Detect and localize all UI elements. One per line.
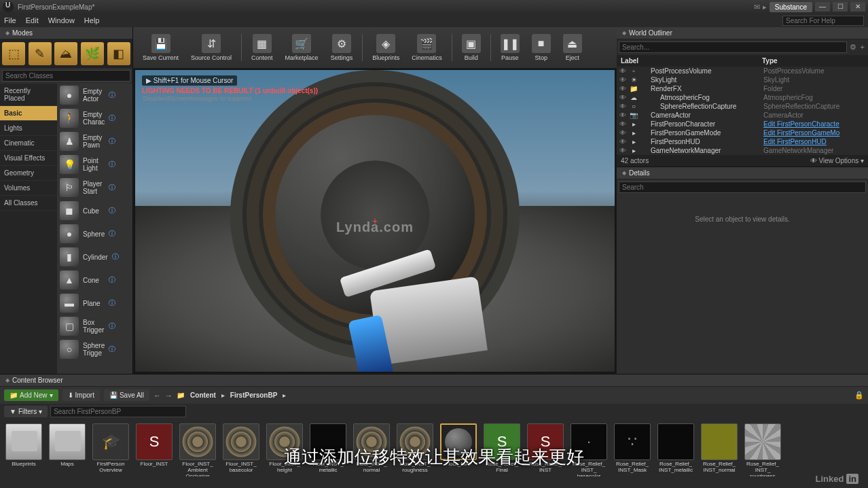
menu-edit[interactable]: Edit bbox=[26, 16, 39, 24]
info-icon[interactable]: ⓘ bbox=[109, 114, 130, 123]
close-button[interactable]: ✕ bbox=[850, 2, 865, 12]
asset-rose-relief-inst-roughness[interactable]: Rose_Relief_ INST_ roughness bbox=[743, 423, 782, 476]
actor-empty-actor[interactable]: ●Empty Actorⓘ bbox=[57, 84, 132, 107]
outliner-row-firstpersoncharacter[interactable]: 👁▸FirstPersonCharacterEdit FirstPersonCh… bbox=[617, 120, 868, 128]
nav-fwd-icon[interactable]: → bbox=[165, 391, 173, 400]
actor-sphere-trigge[interactable]: ○Sphere Triggeⓘ bbox=[57, 338, 132, 361]
path-content[interactable]: Content bbox=[187, 390, 219, 400]
modes-search-input[interactable] bbox=[2, 70, 130, 82]
content-button[interactable]: ▦Content bbox=[246, 33, 278, 63]
outliner-row-gamenetworkmanager[interactable]: 👁▸GameNetworkManagerGameNetworkManager bbox=[617, 146, 868, 155]
asset-floor-inst-basecolor[interactable]: Floor_INST_ basecolor bbox=[221, 423, 261, 474]
info-icon[interactable]: ⓘ bbox=[109, 90, 130, 100]
item-type[interactable]: Edit FirstPersonCharacte bbox=[763, 120, 865, 128]
viewport[interactable]: Lynda.com + ▶ Shift+F1 for Mouse Cursor … bbox=[134, 69, 615, 372]
asset-rose-relief-inst-metallic[interactable]: Rose_Relief_ INST_metallic bbox=[656, 423, 695, 474]
outliner-tab[interactable]: World Outliner bbox=[617, 27, 868, 39]
outliner-add-icon[interactable]: + bbox=[859, 41, 866, 53]
outliner-row-spherereflectioncapture[interactable]: 👁○SphereReflectionCaptureSphereReflectio… bbox=[617, 102, 868, 111]
info-icon[interactable]: ⓘ bbox=[109, 137, 130, 146]
source-control-button[interactable]: ⇵Source Control bbox=[185, 33, 237, 63]
actor-sphere[interactable]: ●Sphereⓘ bbox=[57, 222, 132, 245]
visibility-icon[interactable]: 👁 bbox=[619, 120, 629, 128]
visibility-icon[interactable]: 👁 bbox=[619, 94, 629, 101]
visibility-icon[interactable]: 👁 bbox=[619, 147, 629, 154]
actor-cone[interactable]: ▲Coneⓘ bbox=[57, 268, 132, 292]
build-button[interactable]: ▣Build bbox=[456, 33, 486, 63]
cb-search-input[interactable] bbox=[50, 406, 186, 417]
actor-player-start[interactable]: 🏳Player Startⓘ bbox=[57, 176, 132, 199]
category-cinematic[interactable]: Cinematic bbox=[0, 136, 57, 151]
save-current-button[interactable]: 💾Save Current bbox=[137, 33, 184, 63]
category-recently-placed[interactable]: Recently Placed bbox=[0, 84, 57, 106]
place-mode-icon[interactable]: ⬚ bbox=[2, 42, 25, 65]
info-icon[interactable]: ⓘ bbox=[109, 345, 130, 354]
content-browser-tab[interactable]: Content Browser bbox=[0, 374, 868, 387]
visibility-icon[interactable]: 👁 bbox=[619, 129, 629, 137]
info-icon[interactable]: ⓘ bbox=[109, 229, 130, 239]
category-lights[interactable]: Lights bbox=[0, 121, 57, 136]
menu-file[interactable]: File bbox=[4, 16, 16, 24]
outliner-row-skylight[interactable]: 👁☀SkyLightSkyLight bbox=[617, 75, 868, 84]
outliner-search-input[interactable] bbox=[619, 41, 847, 53]
progress-icon[interactable]: ▸ bbox=[763, 3, 767, 12]
outliner-row-firstpersonhud[interactable]: 👁▸FirstPersonHUDEdit FirstPersonHUD bbox=[617, 137, 868, 146]
info-icon[interactable]: ⓘ bbox=[109, 275, 130, 285]
eject-button[interactable]: ⏏Eject bbox=[558, 33, 587, 63]
import-button[interactable]: ⬇ Import bbox=[62, 389, 100, 401]
info-icon[interactable]: ⓘ bbox=[112, 252, 130, 262]
visibility-icon[interactable]: 👁 bbox=[619, 85, 629, 92]
paint-mode-icon[interactable]: ✎ bbox=[29, 42, 52, 65]
category-basic[interactable]: Basic bbox=[0, 106, 57, 121]
substance-button[interactable]: Substance bbox=[770, 2, 812, 12]
menu-window[interactable]: Window bbox=[48, 16, 75, 24]
path-fp[interactable]: FirstPersonBP bbox=[228, 390, 280, 400]
menu-help[interactable]: Help bbox=[84, 16, 100, 24]
asset-floor-inst[interactable]: SFloor_INST bbox=[134, 423, 174, 468]
actor-box-trigger[interactable]: ▢Box Triggerⓘ bbox=[57, 315, 132, 338]
info-icon[interactable]: ⓘ bbox=[109, 298, 130, 308]
outliner-col-label[interactable]: Label bbox=[621, 57, 762, 65]
category-volumes[interactable]: Volumes bbox=[0, 181, 57, 196]
view-options-button[interactable]: 👁 View Options ▾ bbox=[810, 157, 864, 164]
actor-empty-charac[interactable]: 🚶Empty Characⓘ bbox=[57, 107, 132, 130]
actor-plane[interactable]: ▬Planeⓘ bbox=[57, 292, 132, 315]
category-geometry[interactable]: Geometry bbox=[0, 166, 57, 181]
geometry-mode-icon[interactable]: ◧ bbox=[107, 42, 130, 65]
search-help-input[interactable] bbox=[782, 16, 864, 26]
info-icon[interactable]: ⓘ bbox=[109, 321, 130, 331]
modes-tab[interactable]: Modes bbox=[0, 27, 132, 39]
pause-button[interactable]: ❚❚Pause bbox=[495, 33, 525, 63]
minimize-button[interactable]: — bbox=[815, 2, 830, 12]
blueprints-button[interactable]: ◈Blueprints bbox=[367, 33, 405, 63]
asset-rose-relief-inst-normal[interactable]: Rose_Relief_ INST_normal bbox=[700, 423, 739, 474]
msg-icon[interactable]: ✉ bbox=[754, 3, 760, 12]
nav-back-icon[interactable]: ← bbox=[153, 391, 161, 400]
outliner-row-renderfx[interactable]: 👁📁RenderFXFolder bbox=[617, 84, 868, 93]
outliner-row-firstpersongamemode[interactable]: 👁▸FirstPersonGameModeEdit FirstPersonGam… bbox=[617, 128, 868, 137]
info-icon[interactable]: ⓘ bbox=[109, 183, 130, 192]
info-icon[interactable]: ⓘ bbox=[109, 160, 130, 169]
foliage-mode-icon[interactable]: 🌿 bbox=[81, 42, 104, 65]
outliner-filter-icon[interactable]: ⚙ bbox=[848, 41, 858, 53]
visibility-icon[interactable]: 👁 bbox=[619, 67, 629, 75]
category-all-classes[interactable]: All Classes bbox=[0, 196, 57, 211]
visibility-icon[interactable]: 👁 bbox=[619, 103, 629, 110]
cb-lock-icon[interactable]: 🔒 bbox=[854, 391, 864, 400]
settings-button[interactable]: ⚙Settings bbox=[325, 33, 359, 63]
details-tab[interactable]: Details bbox=[617, 167, 868, 179]
item-type[interactable]: Edit FirstPersonHUD bbox=[763, 138, 865, 145]
asset-firstperson-overview[interactable]: 🎓FirstPerson Overview bbox=[91, 423, 130, 474]
category-visual-effects[interactable]: Visual Effects bbox=[0, 151, 57, 166]
actor-cylinder[interactable]: ▮Cylinderⓘ bbox=[57, 245, 132, 268]
add-new-button[interactable]: 📁 Add New ▾ bbox=[4, 389, 58, 401]
asset-maps[interactable]: Maps bbox=[48, 423, 87, 468]
outliner-row-postprocessvolume[interactable]: 👁▫PostProcessVolumePostProcessVolume bbox=[617, 67, 868, 75]
outliner-col-type[interactable]: Type bbox=[762, 57, 864, 65]
marketplace-button[interactable]: 🛒Marketplace bbox=[280, 33, 324, 63]
item-type[interactable]: Edit FirstPersonGameMo bbox=[763, 129, 865, 137]
visibility-icon[interactable]: 👁 bbox=[619, 138, 629, 145]
info-icon[interactable]: ⓘ bbox=[109, 206, 130, 215]
outliner-row-atmosphericfog[interactable]: 👁☁AtmosphericFogAtmosphericFog bbox=[617, 93, 868, 102]
visibility-icon[interactable]: 👁 bbox=[619, 76, 629, 84]
